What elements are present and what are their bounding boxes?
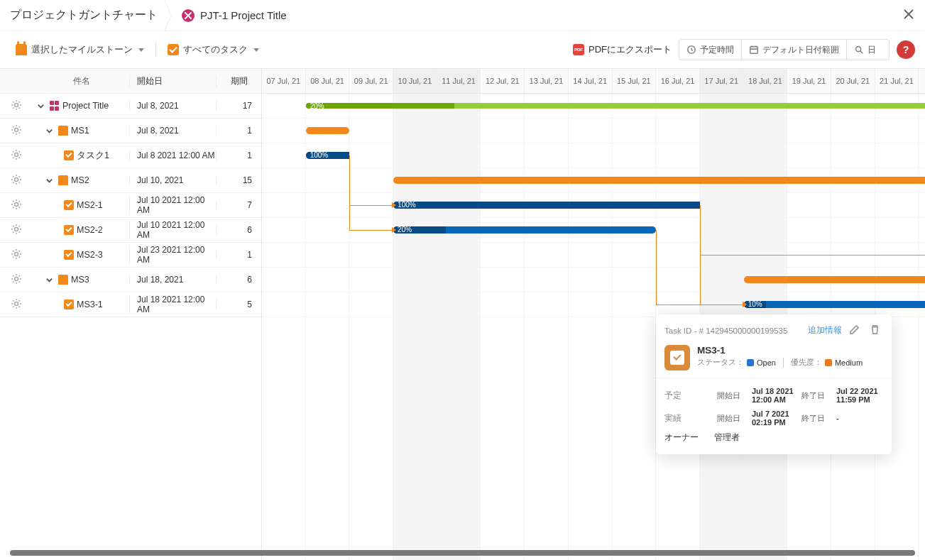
breadcrumb-root[interactable]: プロジェクトガントチャート xyxy=(10,8,170,23)
progress-label: 20% xyxy=(310,102,324,110)
expand-toggle[interactable] xyxy=(43,127,55,135)
milestone-filter[interactable]: 選択したマイルストーン xyxy=(10,40,150,59)
row-name: MS2-3 xyxy=(77,250,103,260)
timeline-header: 07 Jul, 2108 Jul, 2109 Jul, 2110 Jul, 21… xyxy=(262,69,925,94)
row-start-date: Jul 18, 2021 xyxy=(129,275,216,285)
expand-toggle[interactable] xyxy=(43,276,55,284)
table-row[interactable]: タスク1 Jul 8 2021 12:00 AM 1 xyxy=(0,143,261,168)
tooltip-actual-row: 実績 開始日 Jul 7 2021 02:19 PM 終了日 - xyxy=(664,407,883,429)
tooltip-task-icon xyxy=(664,345,690,370)
help-button[interactable]: ? xyxy=(897,40,915,59)
gantt-bar[interactable] xyxy=(744,276,925,283)
row-name: MS3-1 xyxy=(77,300,103,309)
milestone-icon xyxy=(16,44,27,55)
progress-label: 20% xyxy=(398,226,412,234)
tooltip-planned-row: 予定 開始日 Jul 18 2021 12:00 AM 終了日 Jul 22 2… xyxy=(664,384,883,407)
svg-point-9 xyxy=(15,252,18,256)
expand-toggle[interactable] xyxy=(34,102,47,110)
tooltip-more-link[interactable]: 追加情報 xyxy=(808,325,842,336)
progress-label: 100% xyxy=(398,201,416,209)
gear-icon[interactable] xyxy=(11,99,22,113)
gear-icon[interactable] xyxy=(11,248,22,262)
close-button[interactable] xyxy=(902,8,915,23)
zoom-select[interactable]: 日 xyxy=(846,40,889,60)
col-header-duration: 期間 xyxy=(216,75,262,87)
gear-icon[interactable] xyxy=(11,124,22,138)
date-header-cell: 10 Jul, 21 xyxy=(393,69,437,93)
table-row[interactable]: MS2-3 Jul 23 2021 12:00 AM 1 xyxy=(0,243,261,268)
breadcrumb-project-label: PJT-1 Project Title xyxy=(200,9,287,21)
chevron-down-icon xyxy=(253,48,259,52)
clock-icon xyxy=(686,45,696,55)
breadcrumb-project[interactable]: PJT-1 Project Title xyxy=(182,9,287,22)
header: プロジェクトガントチャート PJT-1 Project Title xyxy=(0,0,925,31)
svg-point-2 xyxy=(856,47,861,52)
row-duration: 17 xyxy=(216,101,262,111)
gear-icon[interactable] xyxy=(11,298,22,312)
export-pdf-button[interactable]: PDF PDFにエクスポート xyxy=(573,43,672,56)
zoom-label: 日 xyxy=(867,44,876,56)
gantt-bar[interactable] xyxy=(393,177,925,184)
horizontal-scrollbar[interactable] xyxy=(10,550,915,556)
gantt-bar[interactable]: 100% xyxy=(393,202,700,209)
progress-label: 10% xyxy=(748,300,762,308)
row-start-date: Jul 8, 2021 xyxy=(129,101,216,111)
table-row[interactable]: MS3 Jul 18, 2021 6 xyxy=(0,268,261,292)
svg-point-8 xyxy=(15,227,18,231)
row-duration: 1 xyxy=(216,126,262,136)
gantt-bar[interactable] xyxy=(306,127,350,134)
tooltip-meta: ステータス： Open 優先度： Medium xyxy=(697,357,863,368)
svg-point-4 xyxy=(15,128,18,131)
date-range-toggle[interactable]: デフォルト日付範囲 xyxy=(741,40,846,60)
svg-point-10 xyxy=(15,277,18,280)
task-filter-label: すべてのタスク xyxy=(183,43,248,56)
date-header-cell: 15 Jul, 21 xyxy=(613,69,657,93)
gantt-bar[interactable]: 20% xyxy=(393,226,656,234)
row-start-date: Jul 10, 2021 xyxy=(129,175,216,185)
date-header-cell: 13 Jul, 21 xyxy=(525,69,569,93)
row-start-date: Jul 8, 2021 xyxy=(129,126,216,136)
row-start-date: Jul 8 2021 12:00 AM xyxy=(129,150,216,160)
row-start-date: Jul 10 2021 12:00 AM xyxy=(129,220,216,240)
table-row[interactable]: MS3-1 Jul 18 2021 12:00 AM 5 xyxy=(0,292,261,317)
row-duration: 6 xyxy=(216,225,262,235)
row-name: Project Title xyxy=(62,101,109,111)
gear-icon[interactable] xyxy=(11,174,22,187)
task-filter[interactable]: すべてのタスク xyxy=(162,40,265,59)
row-name: MS3 xyxy=(71,275,89,285)
tooltip-owner-row: オーナー 管理者 xyxy=(664,429,883,446)
row-duration: 6 xyxy=(216,275,262,285)
planned-time-toggle[interactable]: 予定時間 xyxy=(679,40,741,60)
gear-icon[interactable] xyxy=(11,149,22,163)
date-header-cell: 11 Jul, 21 xyxy=(437,69,481,93)
tooltip-edit-button[interactable] xyxy=(846,322,863,339)
gear-icon[interactable] xyxy=(11,224,22,237)
expand-toggle[interactable] xyxy=(43,177,55,185)
date-header-cell: 17 Jul, 21 xyxy=(700,69,744,93)
table-row[interactable]: MS2-1 Jul 10 2021 12:00 AM 7 xyxy=(0,193,261,218)
table-row[interactable]: Project Title Jul 8, 2021 17 xyxy=(0,94,261,119)
row-name: MS2-2 xyxy=(77,225,103,235)
row-start-date: Jul 18 2021 12:00 AM xyxy=(129,295,216,314)
planned-time-label: 予定時間 xyxy=(700,44,734,56)
gantt-bar[interactable]: 20% xyxy=(306,103,925,109)
export-label: PDFにエクスポート xyxy=(589,43,672,56)
table-row[interactable]: MS1 Jul 8, 2021 1 xyxy=(0,119,261,143)
gear-icon[interactable] xyxy=(11,199,22,212)
gantt-bar[interactable]: 100% xyxy=(306,152,350,159)
row-name: MS2 xyxy=(71,175,89,185)
date-header-cell: 16 Jul, 21 xyxy=(656,69,700,93)
progress-label: 100% xyxy=(310,151,329,159)
row-name: タスク1 xyxy=(77,150,109,162)
pdf-icon: PDF xyxy=(573,44,584,55)
tooltip-delete-button[interactable] xyxy=(867,322,883,339)
gantt-bar[interactable]: 10% xyxy=(744,301,925,308)
row-name: MS1 xyxy=(71,126,89,136)
table-row[interactable]: MS2 Jul 10, 2021 15 xyxy=(0,168,261,193)
gear-icon[interactable] xyxy=(11,273,22,287)
tooltip-task-id: Task ID - # 142945000000199535 xyxy=(664,326,787,335)
table-row[interactable]: MS2-2 Jul 10 2021 12:00 AM 6 xyxy=(0,218,261,243)
task-tooltip: Task ID - # 142945000000199535 追加情報 MS3-… xyxy=(656,314,892,454)
svg-point-7 xyxy=(15,202,18,206)
date-header-cell: 19 Jul, 21 xyxy=(787,69,831,93)
